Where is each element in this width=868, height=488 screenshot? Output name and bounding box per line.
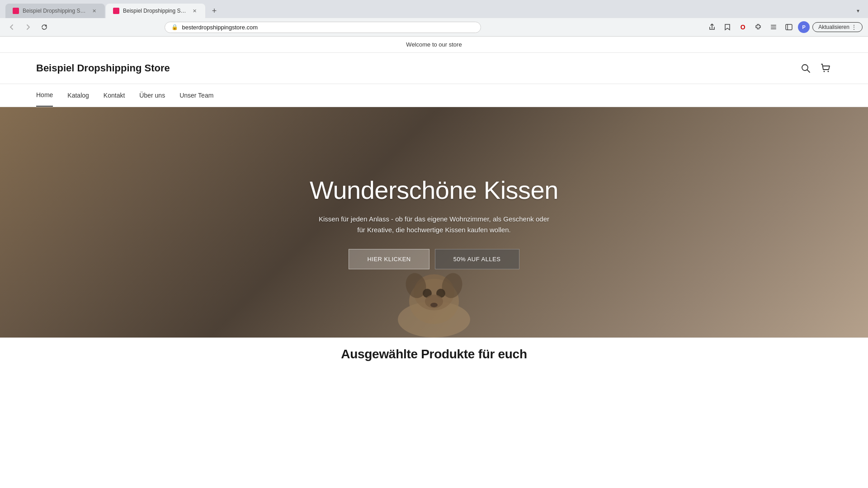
nav-home[interactable]: Home — [36, 84, 53, 107]
refresh-button[interactable] — [38, 21, 51, 33]
nav-kontakt[interactable]: Kontakt — [104, 84, 125, 106]
lock-icon: 🔒 — [171, 24, 178, 30]
svg-rect-1 — [771, 27, 776, 28]
tab-title-1: Beispiel Dropshipping Store · ... — [23, 8, 87, 14]
bookmark-icon[interactable] — [721, 21, 734, 33]
address-text: besterdropshippingstore.com — [182, 24, 474, 31]
address-bar-row: 🔒 besterdropshippingstore.com O P Aktual… — [0, 18, 868, 36]
nav-katalog[interactable]: Katalog — [67, 84, 89, 106]
tab-favicon-1 — [13, 8, 19, 14]
header-icons — [799, 62, 832, 75]
address-bar[interactable]: 🔒 besterdropshippingstore.com — [165, 22, 481, 33]
tab-favicon-2 — [113, 8, 119, 14]
svg-point-7 — [824, 71, 825, 72]
svg-line-6 — [807, 70, 810, 73]
nav-ueber-uns[interactable]: Über uns — [139, 84, 165, 106]
cart-icon[interactable] — [819, 62, 832, 75]
hero-section: Wunderschöne Kissen Kissen für jeden Anl… — [0, 107, 868, 338]
site-logo[interactable]: Beispiel Dropshipping Store — [36, 62, 170, 74]
site-wrapper: Welcome to our store Beispiel Dropshippi… — [0, 37, 868, 369]
profile-avatar[interactable]: P — [798, 21, 810, 33]
opera-icon[interactable]: O — [736, 21, 749, 33]
hero-subtitle: Kissen für jeden Anlass - ob für das eig… — [316, 214, 552, 235]
search-icon[interactable] — [799, 62, 812, 75]
tab-1[interactable]: Beispiel Dropshipping Store · ... ✕ — [5, 4, 105, 18]
extensions-icon[interactable] — [752, 21, 764, 33]
svg-rect-3 — [786, 24, 792, 30]
tab-close-1[interactable]: ✕ — [90, 7, 98, 14]
hero-primary-button[interactable]: Hier klicken — [349, 249, 429, 269]
svg-rect-2 — [771, 28, 776, 29]
sidebar-icon[interactable] — [783, 21, 795, 33]
hero-secondary-button[interactable]: 50% AUF ALLES — [435, 249, 519, 269]
update-more-icon: ⋮ — [851, 24, 857, 30]
below-fold-section: Ausgewählte Produkte für euch — [0, 338, 868, 369]
svg-rect-0 — [771, 25, 776, 26]
tab-close-2[interactable]: ✕ — [191, 7, 198, 14]
hero-buttons: Hier klicken 50% AUF ALLES — [310, 249, 558, 269]
browser-chrome: Beispiel Dropshipping Store · ... ✕ Beis… — [0, 0, 868, 37]
forward-button[interactable] — [22, 21, 34, 33]
share-icon[interactable] — [706, 21, 718, 33]
hero-title: Wunderschöne Kissen — [310, 175, 558, 205]
hero-content: Wunderschöne Kissen Kissen für jeden Anl… — [292, 175, 576, 269]
svg-point-8 — [828, 71, 829, 72]
announcement-text: Welcome to our store — [406, 41, 462, 48]
tab-title-2: Beispiel Dropshipping Store — [123, 8, 187, 14]
tab-2[interactable]: Beispiel Dropshipping Store ✕ — [106, 4, 205, 18]
tab-dropdown-button[interactable]: ▾ — [854, 6, 863, 15]
update-button[interactable]: Aktualisieren ⋮ — [812, 22, 863, 32]
below-fold-text: Ausgewählte Produkte für euch — [341, 347, 527, 361]
update-label: Aktualisieren — [818, 24, 849, 30]
add-tab-button[interactable]: + — [208, 5, 221, 17]
toolbar-icons: O P Aktualisieren ⋮ — [706, 21, 863, 33]
back-button[interactable] — [5, 21, 18, 33]
svg-point-17 — [430, 303, 438, 307]
site-nav: Home Katalog Kontakt Über uns Unser Team — [0, 84, 868, 107]
site-header: Beispiel Dropshipping Store — [0, 53, 868, 84]
announcement-bar: Welcome to our store — [0, 37, 868, 53]
menu-list-icon[interactable] — [767, 21, 780, 33]
nav-unser-team[interactable]: Unser Team — [179, 84, 213, 106]
tab-bar: Beispiel Dropshipping Store · ... ✕ Beis… — [0, 0, 868, 18]
